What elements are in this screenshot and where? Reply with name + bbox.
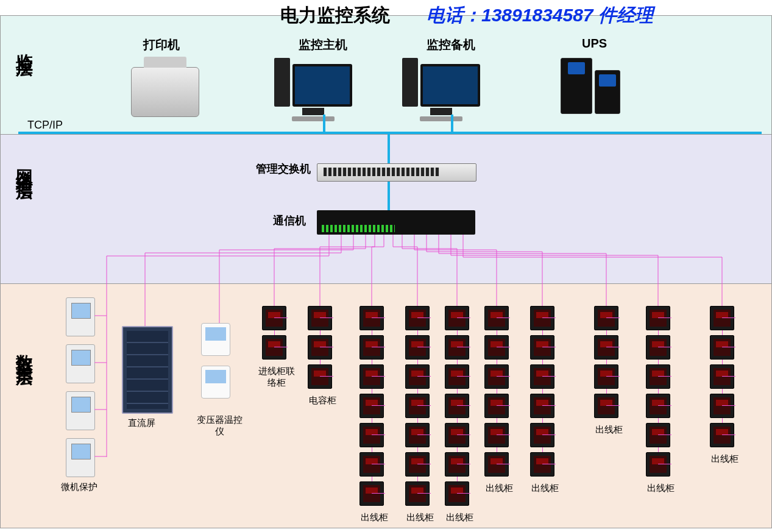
dc-label: 直流屏 [128,417,155,429]
printer-icon [131,67,199,117]
host-pc-icon [274,58,352,121]
tempctl-icon [201,366,230,399]
meter-icon [530,423,554,447]
meter-icon [646,423,670,447]
ups-label: UPS [582,37,607,51]
relay-label: 微机保护 [61,481,97,493]
meter-col-label: 出线柜 [590,424,627,436]
backup-label: 监控备机 [427,37,475,53]
meter-icon [262,335,286,360]
backup-pc-icon [402,58,480,121]
meter-icon [484,394,509,418]
meter-icon [359,335,384,360]
meter-col-label: 出线柜 [402,512,438,523]
meter-icon [359,423,384,447]
meter-icon [262,306,286,330]
meter-icon [646,364,670,389]
meter-icon [484,335,509,360]
switch-to-comm [388,182,390,212]
meter-icon [308,364,332,389]
meter-icon [594,394,618,418]
meter-icon [359,481,384,506]
host-drop [323,115,325,133]
meter-icon [646,452,670,477]
comm-icon [317,210,475,235]
meter-col-label: 出线柜 [481,483,517,494]
meter-icon [530,335,554,360]
meter-icon [445,306,469,330]
meter-icon [359,364,384,389]
layer1-label: 监控层 [12,40,35,51]
meter-icon [594,335,618,360]
meter-icon [484,364,509,389]
meter-icon [445,481,469,506]
meter-icon [445,335,469,360]
meter-icon [710,364,734,389]
meter-icon [530,306,554,330]
contact-info: 电话：13891834587 件经理 [427,3,653,28]
meter-col-label: 电容柜 [304,395,341,406]
meter-icon [484,423,509,447]
tempctl-icon [201,323,230,356]
relay-icon [66,344,95,383]
meter-icon [308,306,332,330]
meter-col-label: 进线柜联络柜 [258,366,295,389]
meter-icon [445,364,469,389]
dc-panel-icon [122,326,173,414]
switch-icon [317,163,476,182]
meter-icon [646,306,670,330]
host-label: 监控主机 [299,37,347,53]
printer-label: 打印机 [143,37,180,53]
meter-col-label: 出线柜 [642,483,679,494]
switch-label: 管理交换机 [256,161,311,176]
meter-icon [308,335,332,360]
diagram-canvas: 监控层 网络通信层 数据采集层 电力监控系统 电话：13891834587 件经… [0,0,772,532]
system-title: 电力监控系统 [280,3,390,28]
meter-icon [405,452,430,477]
meter-icon [484,306,509,330]
meter-icon [445,452,469,477]
meter-col-label: 出线柜 [441,512,478,523]
tcpip-bus [18,132,762,134]
layer3-label: 数据采集层 [12,341,35,360]
relay-icon [66,438,95,477]
meter-icon [405,423,430,447]
meter-icon [530,394,554,418]
meter-icon [405,481,430,506]
meter-icon [710,423,734,447]
meter-icon [594,364,618,389]
layer-network [0,134,772,285]
meter-icon [710,306,734,330]
meter-icon [594,306,618,330]
meter-icon [405,364,430,389]
layer-monitoring [0,15,772,135]
meter-icon [445,394,469,418]
protocol-label: TCP/IP [27,119,63,132]
meter-icon [405,394,430,418]
bus-to-switch [388,133,390,163]
relay-icon [66,297,95,336]
meter-col-label: 出线柜 [356,512,392,523]
meter-icon [710,394,734,418]
meter-icon [359,452,384,477]
comm-label: 通信机 [273,213,306,228]
ups-icon [561,58,623,116]
relay-icon [66,391,95,430]
layer2-label: 网络通信层 [12,155,35,174]
meter-icon [359,394,384,418]
meter-icon [405,306,430,330]
meter-icon [445,423,469,447]
meter-icon [530,364,554,389]
meter-icon [484,452,509,477]
temp-label: 变压器温控仪 [195,414,244,438]
meter-icon [405,335,430,360]
backup-drop [451,115,453,133]
meter-col-label: 出线柜 [526,483,563,494]
meter-icon [646,394,670,418]
meter-col-label: 出线柜 [706,453,743,465]
meter-icon [646,335,670,360]
meter-icon [530,452,554,477]
meter-icon [359,306,384,330]
meter-icon [710,335,734,360]
